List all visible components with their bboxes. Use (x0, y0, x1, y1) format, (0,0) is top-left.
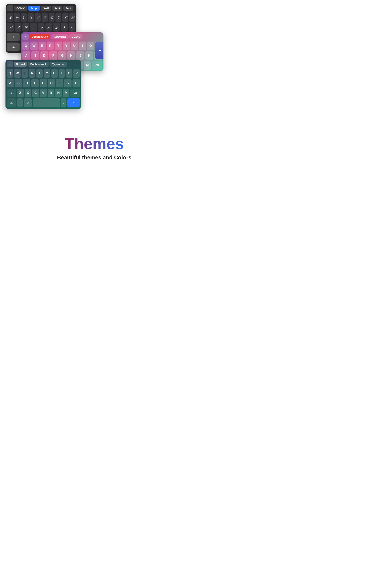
key-k[interactable]: 𝒦 (61, 23, 68, 32)
tkey-y[interactable]: Y (44, 69, 50, 78)
key-d[interactable]: 𝒟 (22, 23, 29, 32)
key-shift[interactable]: ⇧ (7, 33, 20, 41)
tkey-k[interactable]: K (64, 79, 71, 87)
tab-bar-gradient: ‹ Doublestruck Typewriter COMIC (21, 32, 104, 41)
tab-serif-2[interactable]: Serif (52, 6, 62, 11)
tkey-r[interactable]: R (29, 69, 35, 78)
tab-script[interactable]: Script (28, 6, 40, 11)
key-row-t1: Q W E R T Y U I O P (5, 68, 81, 78)
back-button-script[interactable]: ‹ (7, 5, 13, 11)
gkey-m[interactable]: M (84, 61, 91, 70)
tkey-o[interactable]: O (66, 69, 72, 78)
tkey-x[interactable]: X (25, 89, 31, 97)
tkey-w[interactable]: W (14, 69, 21, 78)
gkey-s[interactable]: S (31, 51, 39, 60)
tkey-b[interactable]: B (48, 89, 54, 97)
key-h[interactable]: ℋ (46, 23, 52, 32)
tab-typewriter-teal[interactable]: Typewriter (50, 62, 67, 67)
gkey-q[interactable]: Q (22, 42, 29, 50)
tkey-comma[interactable]: , (17, 98, 23, 107)
enter-button-gradient[interactable]: ↵ (95, 42, 104, 59)
tab-comic-2[interactable]: COMIC (69, 34, 82, 39)
tkey-s[interactable]: S (15, 79, 22, 87)
gkey-h[interactable]: H (67, 51, 75, 60)
tkey-d[interactable]: D (23, 79, 30, 87)
tab-typewriter[interactable]: Typewriter (51, 34, 69, 39)
gkey-k[interactable]: K (85, 51, 93, 60)
gkey-g[interactable]: G (59, 51, 66, 60)
tkey-h[interactable]: H (48, 79, 55, 87)
tab-doublestruck-teal[interactable]: Doublestruck (28, 62, 49, 67)
tkey-num[interactable]: 123 (7, 98, 16, 107)
key-u[interactable]: 𝒰 (49, 13, 55, 22)
tab-normal[interactable]: Normal (14, 62, 27, 67)
tkey-space[interactable] (33, 98, 60, 107)
gkey-i[interactable]: I (79, 42, 86, 50)
key-row-g1: Q W E R T Y U I O P (21, 41, 104, 51)
key-num[interactable]: 123 (7, 43, 20, 51)
gkey-backspace[interactable]: ⌫ (92, 61, 102, 70)
tkey-n[interactable]: N (55, 89, 62, 97)
key-f[interactable]: ℱ (30, 23, 37, 32)
tkey-f[interactable]: F (31, 79, 39, 87)
keyboards-area: ‹ COMIC Script Serif Serif Serif 𝒬 𝒲 𝒠 ℛ… (0, 2, 188, 123)
tkey-q[interactable]: Q (7, 69, 13, 78)
gkey-r[interactable]: R (47, 42, 54, 50)
tkey-backspace[interactable]: ⌫ (70, 89, 80, 97)
key-w[interactable]: 𝒲 (14, 13, 20, 22)
tab-serif-1[interactable]: Serif (41, 6, 51, 11)
key-l[interactable]: ℒ (69, 23, 75, 32)
tkey-enter[interactable]: ↵ (67, 98, 80, 107)
back-button-teal[interactable]: ‹ (7, 61, 13, 67)
back-button-gradient[interactable]: ‹ (22, 34, 29, 40)
tab-doublestruck[interactable]: Doublestruck (29, 34, 50, 39)
tkey-j[interactable]: J (56, 79, 63, 87)
tkey-u[interactable]: U (51, 69, 58, 78)
key-t[interactable]: 𝒯 (35, 13, 41, 22)
tab-bar-script: ‹ COMIC Script Serif Serif Serif (6, 4, 76, 12)
tkey-i[interactable]: I (59, 69, 65, 78)
key-g[interactable]: 𝒢 (38, 23, 45, 32)
key-row-2: 𝒜 𝒮 𝒟 ℱ 𝒢 ℋ 𝒥 𝒦 ℒ (6, 22, 76, 32)
tkey-m[interactable]: M (63, 89, 69, 97)
key-row-g2: A S D F G H J K L (21, 51, 104, 60)
tkey-p[interactable]: P (73, 69, 80, 78)
gkey-j[interactable]: J (76, 51, 84, 60)
key-row-t2: A S D F G H J K L (5, 78, 81, 88)
key-r[interactable]: ℛ (28, 13, 34, 22)
tkey-emoji[interactable]: ☺ (24, 98, 32, 107)
tkey-v[interactable]: V (40, 89, 47, 97)
gkey-u[interactable]: U (71, 42, 78, 50)
key-o[interactable]: 𝒪 (62, 13, 68, 22)
gkey-d[interactable]: D (40, 51, 48, 60)
tkey-shift[interactable]: ⇧ (7, 89, 16, 97)
gkey-o[interactable]: O (87, 42, 94, 50)
key-row-t3: ⇧ Z X C V B N M ⌫ (5, 88, 81, 98)
themes-subtitle: Beautiful themes and Colors (57, 154, 131, 161)
tab-serif-3[interactable]: Serif (63, 6, 73, 11)
key-row-1: 𝒬 𝒲 𝒠 ℛ 𝒯 𝒴 𝒰 ℐ 𝒪 𝒫 (6, 12, 76, 22)
gkey-t[interactable]: T (55, 42, 62, 50)
key-a[interactable]: 𝒜 (7, 23, 14, 32)
tkey-l[interactable]: L (72, 79, 80, 87)
gkey-w[interactable]: W (30, 42, 37, 50)
tkey-e[interactable]: E (22, 69, 28, 78)
key-j[interactable]: 𝒥 (53, 23, 60, 32)
tkey-g[interactable]: G (40, 79, 47, 87)
key-i[interactable]: ℐ (56, 13, 61, 22)
tkey-dot[interactable]: . (61, 98, 67, 107)
tkey-a[interactable]: A (7, 79, 14, 87)
key-e[interactable]: 𝒠 (21, 13, 27, 22)
gkey-y[interactable]: Y (63, 42, 70, 50)
key-y[interactable]: 𝒴 (42, 13, 48, 22)
tkey-t[interactable]: T (36, 69, 43, 78)
gkey-f[interactable]: F (49, 51, 58, 60)
tab-comic[interactable]: COMIC (14, 6, 27, 11)
key-q[interactable]: 𝒬 (7, 13, 13, 22)
gkey-a[interactable]: A (22, 51, 30, 60)
tkey-c[interactable]: C (32, 89, 39, 97)
key-p[interactable]: 𝒫 (69, 13, 75, 22)
key-s[interactable]: 𝒮 (15, 23, 21, 32)
tkey-z[interactable]: Z (17, 89, 24, 97)
gkey-e[interactable]: E (39, 42, 46, 50)
